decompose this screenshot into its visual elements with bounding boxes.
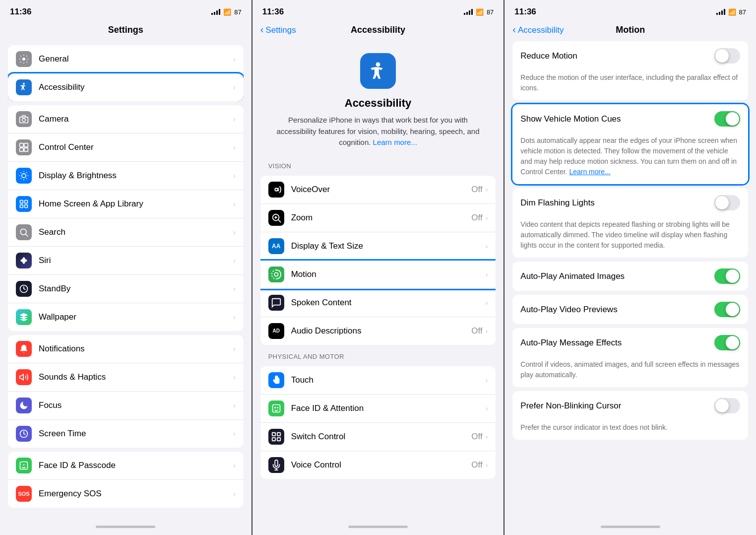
autoplay-messages-item[interactable]: Auto-Play Message Effects: [512, 328, 748, 357]
motion-back-button[interactable]: ‹ Accessibility: [512, 25, 564, 35]
s2: [466, 12, 468, 15]
status-time-2: 11:36: [262, 7, 284, 17]
settings-item-focus[interactable]: Focus ›: [8, 392, 244, 420]
autoplay-video-toggle[interactable]: [714, 302, 740, 317]
svg-point-28: [274, 272, 278, 276]
homescreen-label: Home Screen & App Library: [39, 199, 233, 209]
signal-dots-1: [211, 9, 220, 15]
audiodesc-icon: AD: [268, 323, 284, 339]
svg-line-25: [278, 220, 281, 222]
audiodesc-item[interactable]: AD Audio Descriptions Off ›: [260, 317, 496, 345]
settings-panel: 11:36 📶 87 Settings General ›: [0, 0, 252, 535]
autoplay-video-label: Auto-Play Video Previews: [520, 305, 714, 315]
signal-d2: [214, 12, 215, 15]
autoplay-video-item[interactable]: Auto-Play Video Previews: [512, 295, 748, 324]
accessibility-back-button[interactable]: ‹ Settings: [260, 25, 296, 35]
spoken-icon: [268, 295, 284, 311]
reduce-motion-item[interactable]: Reduce Motion: [512, 41, 748, 70]
settings-item-general[interactable]: General ›: [8, 45, 244, 73]
screentime-icon: [16, 426, 32, 442]
zoom-item[interactable]: Zoom Off ›: [260, 204, 496, 232]
notifications-icon: [16, 341, 32, 357]
settings-item-sos[interactable]: SOS Emergency SOS ›: [8, 480, 244, 508]
voicecontrol-label: Voice Control: [291, 460, 472, 470]
sos-icon: SOS: [16, 486, 32, 502]
signal-d3: [216, 10, 218, 15]
nonblinking-toggle[interactable]: [714, 398, 740, 413]
sos-label: Emergency SOS: [39, 489, 233, 499]
svg-point-3: [22, 118, 26, 122]
dim-flashing-toggle[interactable]: [714, 195, 740, 210]
settings-item-screentime[interactable]: Screen Time ›: [8, 420, 244, 448]
voicecontrol-item[interactable]: Voice Control Off ›: [260, 451, 496, 479]
vehicle-motion-learn-more[interactable]: Learn more...: [569, 168, 610, 176]
settings-item-sounds[interactable]: Sounds & Haptics ›: [8, 363, 244, 392]
physical-group: Touch › Face ID & Attention › Switch Con…: [260, 366, 496, 479]
autoplay-images-row: Auto-Play Animated Images: [512, 262, 748, 291]
autoplay-video-row: Auto-Play Video Previews: [512, 295, 748, 324]
autoplay-images-item[interactable]: Auto-Play Animated Images: [512, 262, 748, 291]
ss3: [721, 10, 723, 15]
settings-nav-header: Settings: [0, 21, 252, 41]
accessibility-scroll[interactable]: Accessibility Personalize iPhone in ways…: [252, 41, 504, 521]
settings-item-control-center[interactable]: Control Center ›: [8, 134, 244, 162]
svg-point-1: [23, 83, 25, 85]
settings-scroll[interactable]: General › Accessibility › Camera ›: [0, 41, 252, 521]
autoplay-messages-row: Auto-Play Message Effects Control if vid…: [512, 328, 748, 387]
home-bar-1: [96, 526, 155, 528]
spoken-item[interactable]: Spoken Content ›: [260, 289, 496, 317]
svg-point-8: [22, 174, 26, 178]
home-indicator-2: [252, 521, 504, 535]
home-bar-3: [601, 526, 660, 528]
siri-icon: [16, 253, 32, 268]
nonblinking-label: Prefer Non-Blinking Cursor: [520, 401, 714, 411]
reduce-motion-toggle[interactable]: [714, 48, 740, 64]
switchcontrol-item[interactable]: Switch Control Off ›: [260, 423, 496, 451]
svg-rect-33: [277, 432, 280, 435]
vehicle-motion-desc-text: Dots automatically appear near the edges…: [520, 136, 737, 176]
nonblinking-item[interactable]: Prefer Non-Blinking Cursor: [512, 391, 748, 420]
settings-item-notifications[interactable]: Notifications ›: [8, 335, 244, 363]
settings-item-faceid[interactable]: Face ID & Passcode ›: [8, 452, 244, 480]
s3: [469, 10, 470, 15]
autoplay-messages-toggle[interactable]: [714, 335, 740, 350]
settings-item-standby[interactable]: StandBy ›: [8, 275, 244, 303]
hero-learn-more-link[interactable]: Learn more...: [373, 138, 417, 146]
vehicle-motion-item[interactable]: Show Vehicle Motion Cues: [512, 104, 748, 134]
displaytext-chevron: ›: [486, 242, 488, 250]
vehicle-motion-toggle[interactable]: [714, 111, 740, 127]
wallpaper-icon: [16, 309, 32, 325]
display-chevron: ›: [233, 172, 236, 180]
motion-item[interactable]: Motion ›: [260, 261, 496, 289]
voiceover-item[interactable]: VoiceOver Off ›: [260, 176, 496, 204]
dim-flashing-item[interactable]: Dim Flashing Lights: [512, 188, 748, 217]
motion-section: Reduce Motion Reduce the motion of the u…: [504, 41, 756, 440]
status-bar-3: 11:36 📶 87: [504, 0, 756, 21]
motion-scroll[interactable]: Reduce Motion Reduce the motion of the u…: [504, 41, 756, 521]
switchcontrol-value: Off: [471, 432, 482, 442]
displaytext-item[interactable]: AA Display & Text Size ›: [260, 232, 496, 261]
settings-item-search[interactable]: Search ›: [8, 218, 244, 247]
settings-item-homescreen[interactable]: Home Screen & App Library ›: [8, 190, 244, 218]
notifications-chevron: ›: [233, 345, 236, 353]
svg-rect-9: [20, 201, 23, 203]
touch-item[interactable]: Touch ›: [260, 366, 496, 395]
wallpaper-chevron: ›: [233, 313, 236, 321]
settings-item-camera[interactable]: Camera ›: [8, 105, 244, 134]
accessibility-hero-title: Accessibility: [345, 97, 412, 110]
faceid2-item[interactable]: Face ID & Attention ›: [260, 395, 496, 423]
notifications-label: Notifications: [39, 344, 233, 354]
faceid-label: Face ID & Passcode: [39, 461, 233, 470]
settings-item-wallpaper[interactable]: Wallpaper ›: [8, 303, 244, 331]
home-bar-2: [348, 526, 408, 528]
zoom-icon: [268, 210, 284, 226]
control-center-icon: [16, 139, 32, 155]
settings-item-accessibility[interactable]: Accessibility ›: [8, 73, 244, 101]
sounds-label: Sounds & Haptics: [39, 372, 233, 382]
screentime-label: Screen Time: [39, 429, 233, 439]
autoplay-images-toggle[interactable]: [714, 268, 740, 284]
settings-item-siri[interactable]: Siri ›: [8, 247, 244, 275]
spoken-label: Spoken Content: [291, 298, 486, 308]
settings-item-display[interactable]: Display & Brightness ›: [8, 162, 244, 190]
reduce-motion-row: Reduce Motion Reduce the motion of the u…: [512, 41, 748, 100]
